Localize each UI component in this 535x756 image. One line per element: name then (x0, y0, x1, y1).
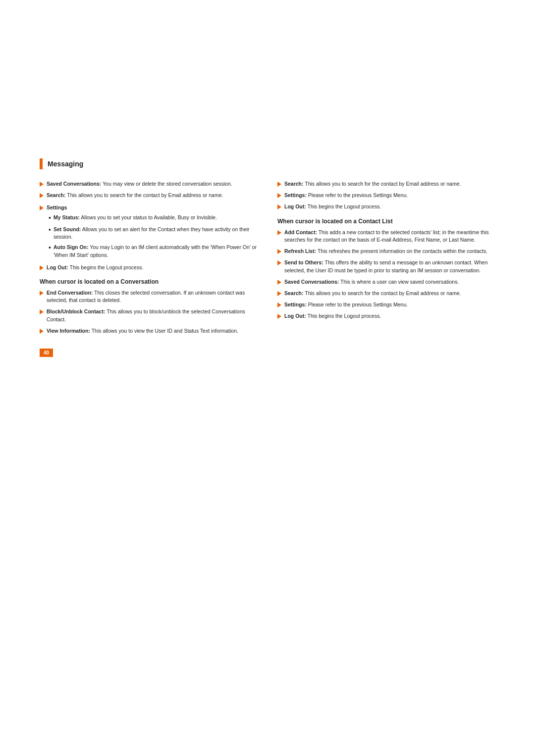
list-item: End Conversation: This closes the select… (40, 289, 258, 304)
item-text: Settings: Please refer to the previous S… (284, 301, 408, 308)
list-item: Search: This allows you to search for th… (40, 192, 258, 199)
item-text: Settings: Please refer to the previous S… (284, 192, 408, 199)
settings-label: Settings (47, 204, 67, 211)
section-title: Messaging (48, 160, 83, 168)
list-item: Settings: Please refer to the previous S… (277, 192, 495, 199)
list-item: • Auto Sign On: You may Login to an IM c… (49, 244, 258, 258)
item-text: Refresh List: This refreshes the present… (284, 248, 487, 255)
item-text: Log Out: This begins the Logout process. (284, 203, 381, 210)
settings-item: Settings (40, 204, 258, 211)
arrow-icon (277, 182, 281, 187)
item-text: Search: This allows you to search for th… (284, 180, 461, 188)
arrow-icon (277, 249, 281, 254)
arrow-icon (40, 265, 44, 270)
item-text: Add Contact: This adds a new contact to … (284, 229, 495, 244)
list-item: Settings: Please refer to the previous S… (277, 301, 495, 308)
content-area: Messaging Saved Conversations: You may v… (0, 0, 535, 387)
item-text: Set Sound: Allows you to set an alert fo… (54, 226, 258, 241)
arrow-icon (40, 205, 44, 210)
two-column-layout: Saved Conversations: You may view or del… (40, 180, 495, 357)
dot-icon: • (49, 225, 51, 235)
settings-sub-list: • My Status: Allows you to set your stat… (49, 214, 258, 259)
item-text: Log Out: This begins the Logout process. (284, 312, 381, 320)
contact-list-bullet-list: Add Contact: This adds a new contact to … (277, 229, 495, 320)
item-text: Auto Sign On: You may Login to an IM cli… (54, 244, 258, 258)
arrow-icon (40, 193, 44, 198)
item-text: Search: This allows you to search for th… (47, 192, 223, 199)
item-text: Saved Conversations: This is where a use… (284, 278, 459, 286)
list-item: Search: This allows you to search for th… (277, 180, 495, 188)
arrow-icon (277, 260, 281, 265)
item-text: Block/Unblock Contact: This allows you t… (47, 308, 258, 323)
arrow-icon (40, 291, 44, 296)
arrow-icon (277, 280, 281, 285)
item-text: My Status: Allows you to set your status… (54, 214, 217, 221)
list-item: Add Contact: This adds a new contact to … (277, 229, 495, 244)
section-header: Messaging (40, 158, 495, 169)
list-item: Search: This allows you to search for th… (277, 290, 495, 297)
item-text: Saved Conversations: You may view or del… (47, 180, 232, 188)
list-item: • Set Sound: Allows you to set an alert … (49, 226, 258, 241)
arrow-icon (40, 182, 44, 187)
arrow-icon (40, 309, 44, 314)
item-text: View Information: This allows you to vie… (47, 327, 238, 335)
list-item: Log Out: This begins the Logout process. (40, 264, 258, 271)
log-out-list: Log Out: This begins the Logout process. (40, 264, 258, 271)
left-column: Saved Conversations: You may view or del… (40, 180, 258, 357)
right-top-bullet-list: Search: This allows you to search for th… (277, 180, 495, 211)
list-item: Refresh List: This refreshes the present… (277, 248, 495, 255)
list-item: Block/Unblock Contact: This allows you t… (40, 308, 258, 323)
right-column: Search: This allows you to search for th… (277, 180, 495, 357)
page-number-badge: 40 (40, 349, 53, 357)
list-item: Log Out: This begins the Logout process. (277, 203, 495, 210)
arrow-icon (277, 230, 281, 235)
conversation-bullet-list: End Conversation: This closes the select… (40, 289, 258, 335)
dot-icon: • (49, 243, 51, 252)
list-item: • My Status: Allows you to set your stat… (49, 214, 258, 223)
item-bold: Saved Conversations: (47, 181, 101, 187)
item-text: Send to Others: This offers the ability … (284, 259, 495, 274)
orange-bar-decoration (40, 158, 43, 169)
page: Messaging Saved Conversations: You may v… (0, 0, 535, 756)
item-text: Log Out: This begins the Logout process. (47, 264, 143, 271)
list-item: Send to Others: This offers the ability … (277, 259, 495, 274)
list-item: Saved Conversations: This is where a use… (277, 278, 495, 286)
item-bold: Search: (47, 192, 66, 198)
list-item: View Information: This allows you to vie… (40, 327, 258, 335)
dot-icon: • (49, 213, 51, 223)
list-item: Log Out: This begins the Logout process. (277, 312, 495, 320)
item-text: Search: This allows you to search for th… (284, 290, 461, 297)
arrow-icon (277, 314, 281, 319)
item-text: End Conversation: This closes the select… (47, 289, 258, 304)
arrow-icon (40, 329, 44, 334)
arrow-icon (277, 193, 281, 198)
list-item: Saved Conversations: You may view or del… (40, 180, 258, 188)
conversation-section-title: When cursor is located on a Conversation (40, 278, 258, 285)
contact-list-section-title: When cursor is located on a Contact List (277, 218, 495, 225)
arrow-icon (277, 291, 281, 296)
left-top-bullet-list: Saved Conversations: You may view or del… (40, 180, 258, 199)
arrow-icon (277, 302, 281, 307)
arrow-icon (277, 204, 281, 209)
